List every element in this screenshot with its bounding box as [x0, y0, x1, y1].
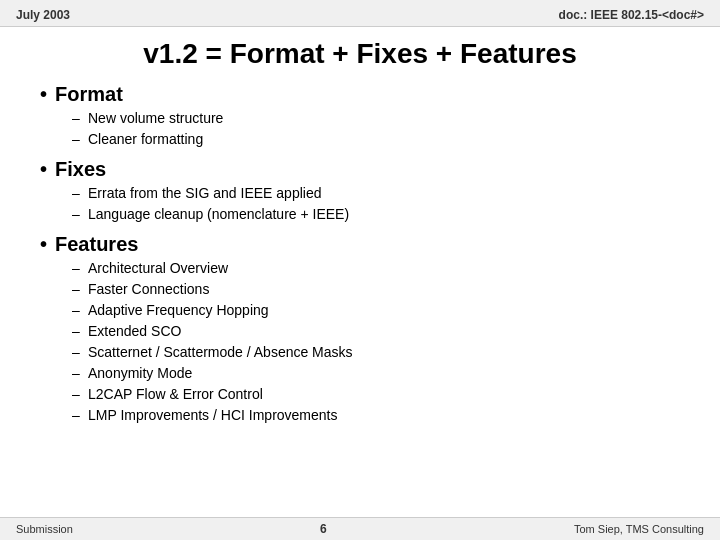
bullet-dot-fixes: •: [40, 158, 47, 181]
section-format: • Format – New volume structure – Cleane…: [40, 83, 680, 150]
footer-submission: Submission: [16, 523, 73, 535]
features-sub7: L2CAP Flow & Error Control: [88, 384, 263, 405]
features-sub5: Scatternet / Scattermode / Absence Masks: [88, 342, 353, 363]
footer-page: 6: [320, 522, 327, 536]
features-sub2: Faster Connections: [88, 279, 209, 300]
slide: July 2003 doc.: IEEE 802.15-<doc#> v1.2 …: [0, 0, 720, 540]
features-sub4: Extended SCO: [88, 321, 181, 342]
list-item: – L2CAP Flow & Error Control: [72, 384, 680, 405]
fixes-sub1: Errata from the SIG and IEEE applied: [88, 183, 321, 204]
features-sub8: LMP Improvements / HCI Improvements: [88, 405, 337, 426]
list-item: – Architectural Overview: [72, 258, 680, 279]
section-features-header: • Features: [40, 233, 680, 256]
section-features: • Features – Architectural Overview – Fa…: [40, 233, 680, 426]
header: July 2003 doc.: IEEE 802.15-<doc#>: [0, 0, 720, 27]
list-item: – Scatternet / Scattermode / Absence Mas…: [72, 342, 680, 363]
section-fixes-header: • Fixes: [40, 158, 680, 181]
fixes-sub2: Language cleanup (nomenclature + IEEE): [88, 204, 349, 225]
list-item: – Adaptive Frequency Hopping: [72, 300, 680, 321]
list-item: – Language cleanup (nomenclature + IEEE): [72, 204, 680, 225]
header-date: July 2003: [16, 8, 70, 22]
section-format-header: • Format: [40, 83, 680, 106]
list-item: – Anonymity Mode: [72, 363, 680, 384]
section-format-subitems: – New volume structure – Cleaner formatt…: [72, 108, 680, 150]
section-fixes: • Fixes – Errata from the SIG and IEEE a…: [40, 158, 680, 225]
slide-title: v1.2 = Format + Fixes + Features: [40, 37, 680, 71]
section-fixes-label: Fixes: [55, 158, 106, 181]
header-doc: doc.: IEEE 802.15-<doc#>: [559, 8, 704, 22]
section-format-label: Format: [55, 83, 123, 106]
section-fixes-subitems: – Errata from the SIG and IEEE applied –…: [72, 183, 680, 225]
section-features-label: Features: [55, 233, 138, 256]
list-item: – Cleaner formatting: [72, 129, 680, 150]
features-sub6: Anonymity Mode: [88, 363, 192, 384]
list-item: – New volume structure: [72, 108, 680, 129]
list-item: – LMP Improvements / HCI Improvements: [72, 405, 680, 426]
list-item: – Faster Connections: [72, 279, 680, 300]
bullet-dot-format: •: [40, 83, 47, 106]
bullet-dot-features: •: [40, 233, 47, 256]
slide-content: v1.2 = Format + Fixes + Features • Forma…: [0, 27, 720, 517]
footer: Submission 6 Tom Siep, TMS Consulting: [0, 517, 720, 540]
features-sub3: Adaptive Frequency Hopping: [88, 300, 269, 321]
list-item: – Extended SCO: [72, 321, 680, 342]
section-features-subitems: – Architectural Overview – Faster Connec…: [72, 258, 680, 426]
list-item: – Errata from the SIG and IEEE applied: [72, 183, 680, 204]
features-sub1: Architectural Overview: [88, 258, 228, 279]
footer-author: Tom Siep, TMS Consulting: [574, 523, 704, 535]
format-sub1: New volume structure: [88, 108, 223, 129]
format-sub2: Cleaner formatting: [88, 129, 203, 150]
